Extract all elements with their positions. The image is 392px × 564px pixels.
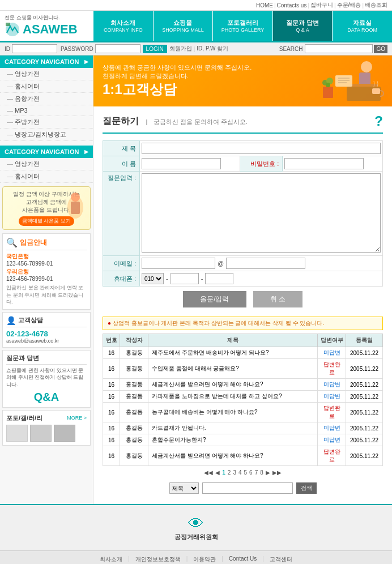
topbar-home[interactable]: HOME (256, 2, 273, 8)
login-button[interactable]: LOGIN (143, 45, 167, 53)
svg-rect-1 (6, 23, 10, 26)
row-num: 16 (103, 446, 120, 466)
sidebar-item-kitchen[interactable]: — 주방가전 (0, 116, 93, 129)
password-input[interactable] (284, 158, 364, 169)
cancel-button[interactable]: 취 소 (253, 291, 302, 307)
pagination-item[interactable]: ◀◀ (204, 469, 213, 476)
search-bottom-button[interactable]: 검색 (296, 482, 317, 494)
pagination-item[interactable]: 1 (222, 469, 225, 476)
pagination-item[interactable]: 5 (244, 469, 248, 476)
site-logo[interactable]: ASAWEB (5, 22, 89, 37)
table-row[interactable]: 16 홍길동 세금계산서를 받으려면 어떻게 해야 하나요? 답변완료 2005… (103, 446, 383, 466)
deposit-title: 입금안내 (20, 238, 47, 247)
table-row[interactable]: 16 홍길동 제주도에서 주문하면 배송비가 어떻게 되나요? 미답변 2005… (103, 347, 383, 359)
row-author: 홍길동 (120, 391, 148, 403)
row-title[interactable]: 세금계산서를 받으려면 어떻게 해야 하나요? (148, 379, 318, 391)
svg-rect-17 (372, 88, 380, 94)
pagination-item[interactable]: 6 (249, 469, 253, 476)
search-bottom-input[interactable] (202, 482, 293, 494)
topbar-cart[interactable]: 집바구니 (310, 1, 333, 9)
footer-link-cs[interactable]: 고객센터 (270, 556, 292, 563)
row-title[interactable]: 제주도에서 주문하면 배송비가 어떻게 되나요? (148, 347, 318, 359)
row-status: 미답변 (318, 422, 346, 434)
row-title[interactable]: 카드결재가 안됩니다. (148, 422, 318, 434)
footer-link-terms[interactable]: 이용약관 (193, 556, 216, 563)
footer-link-privacy[interactable]: 개인정보보호정책 (135, 556, 181, 563)
cat-nav-arrow-icon: ▶ (84, 59, 88, 65)
category-nav-2-header: CATEGORY NAVIGATION ▶ (0, 146, 93, 158)
table-row[interactable]: 16 홍길동 수입제품 품절에 대해서 궁금해요? 답변완료 2005.11.2… (103, 359, 383, 379)
row-num: 16 (103, 391, 120, 403)
sidebar-item-video1[interactable]: — 영상가전 (0, 68, 93, 80)
deposit-icon: 🔍 (6, 237, 18, 248)
phone-area-select[interactable]: 010 011 016 017 019 (142, 273, 164, 284)
id-input[interactable] (12, 44, 57, 53)
table-row[interactable]: 16 홍길동 혼합주문이가능한지? 미답변 2005.11.22 (103, 434, 383, 446)
sidebar-item-theater2[interactable]: — 홈시어터 (0, 170, 93, 183)
cs-section: 👤 고객상담 02-123-4678 asaweb@asaweb.co.kr (2, 312, 91, 348)
pagination-item[interactable]: ▶▶ (272, 469, 282, 476)
row-title[interactable]: 혼합주문이가능한지? (148, 434, 318, 446)
svg-point-5 (361, 61, 372, 72)
pw-input[interactable] (95, 44, 140, 53)
topbar-shipping[interactable]: 배송조회 (365, 1, 387, 9)
row-date: 2005.11.22 (346, 403, 383, 422)
sidebar-item-theater1[interactable]: — 홈시어터 (0, 80, 93, 93)
col-num: 번호 (103, 334, 120, 347)
svg-point-3 (71, 193, 80, 202)
category-nav-1-header: CATEGORY NAVIGATION ▶ (0, 55, 93, 68)
sidebar-item-audio1[interactable]: — 음향가전 (0, 93, 93, 105)
nav-tab-gallery[interactable]: 포토갤러리 PHOTO GALLERY (213, 11, 273, 41)
topbar-order[interactable]: 주문/배송 (337, 1, 361, 9)
row-title[interactable]: 수입제품 품절에 대해서 궁금해요? (148, 359, 318, 379)
footer-link-about[interactable]: 회사소개 (100, 556, 122, 563)
table-row[interactable]: 16 홍길동 카파제품을 노마징으로 받는데 대처를 하고 싶어요? 미답변 2… (103, 391, 383, 403)
pw-label: PASSWORD (61, 46, 93, 52)
row-title[interactable]: 카파제품을 노마징으로 받는데 대처를 하고 싶어요? (148, 391, 318, 403)
submit-button[interactable]: 올문/입력 (183, 291, 246, 307)
row-status: 미답변 (318, 391, 346, 403)
email-local-input[interactable] (142, 258, 215, 269)
pagination-item[interactable]: 4 (238, 469, 242, 476)
pagination-item[interactable]: 3 (233, 469, 236, 476)
nav-tab-company[interactable]: 회사소개 COMPANY INFO (93, 11, 154, 41)
name-input[interactable] (142, 158, 221, 169)
gallery-more-link[interactable]: MORE > (67, 415, 87, 421)
nav-tab-data[interactable]: 자료실 DATA ROOM (333, 11, 392, 41)
table-row[interactable]: 16 홍길동 농구골대에 배송비는 어떻게 해야 하나요? 답변완료 2005.… (103, 403, 383, 422)
col-title: 제목 (148, 334, 318, 347)
pagination-item[interactable]: 7 (255, 469, 258, 476)
pagination-item[interactable]: ▶ (266, 469, 270, 476)
sidebar-item-fridge[interactable]: — 냉장고/김치냉장고 (0, 129, 93, 141)
footer-link-contact[interactable]: Contact Us (229, 556, 257, 563)
nav-tab-qa[interactable]: 질문과 답변 Q & A (273, 11, 333, 41)
search-type-select[interactable]: 제목 내용 작성자 (169, 482, 199, 494)
subject-input[interactable] (142, 143, 381, 154)
row-date: 2005.11.22 (346, 446, 383, 466)
table-row[interactable]: 16 홍길동 세금계산서를 받으려면 어떻게 해야 하나요? 미답변 2005.… (103, 379, 383, 391)
row-status: 미답변 (318, 434, 346, 446)
sidebar-item-mp3[interactable]: — MP3 (0, 105, 93, 116)
search-go-button[interactable]: GO (374, 45, 387, 53)
row-title[interactable]: 농구골대에 배송비는 어떻게 해야 하나요? (148, 403, 318, 422)
sidebar-item-video2[interactable]: — 영상가전 (0, 158, 93, 170)
phone-mid-input[interactable] (171, 273, 199, 284)
warning-bar: ● 상업적 홍보글이나 게시판 본래 목적과 상반되는 글에 대해서는 삭제 될… (103, 317, 383, 330)
phone-last-input[interactable] (205, 273, 233, 284)
pagination-item[interactable]: 8 (260, 469, 263, 476)
register-link[interactable]: 회원가입 (169, 45, 192, 53)
content-textarea[interactable] (142, 173, 381, 253)
email-domain-input[interactable] (226, 258, 305, 269)
row-title[interactable]: 세금계산서를 받으려면 어떻게 해야 하나요? (148, 446, 318, 466)
pagination-item[interactable]: ◀ (215, 469, 220, 476)
topbar-contacts[interactable]: Contacts us (277, 2, 307, 8)
page-title-desc: 궁금하신 점을 문의하여 주십시오. (154, 118, 248, 125)
pagination-item[interactable]: 2 (228, 469, 231, 476)
table-row[interactable]: 16 홍길동 카드결재가 안됩니다. 미답변 2005.11.22 (103, 422, 383, 434)
nav-tab-shopping[interactable]: 쇼핑몰 SHOPPING MALL (154, 11, 214, 41)
row-num: 16 (103, 422, 120, 434)
row-author: 홍길동 (120, 347, 148, 359)
find-id-link[interactable]: ID, P.W 찾기 (197, 45, 228, 53)
search-input[interactable] (305, 44, 373, 53)
row-status: 미답변 (318, 347, 346, 359)
